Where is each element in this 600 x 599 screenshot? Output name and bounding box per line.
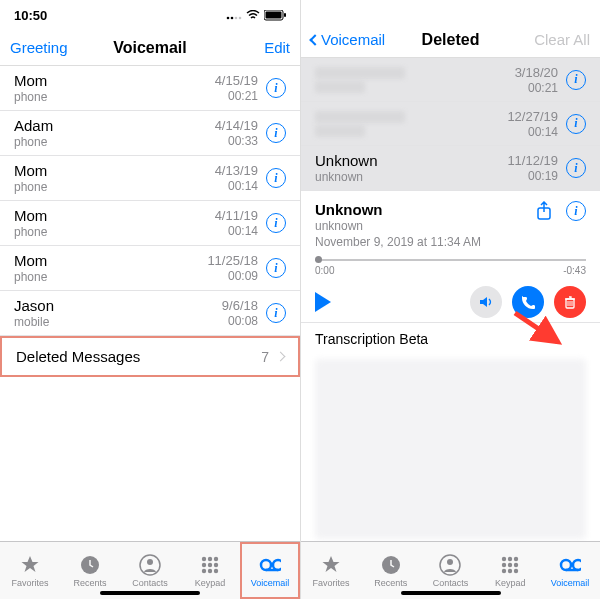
detail-timestamp: November 9, 2019 at 11:34 AM: [315, 235, 534, 249]
tab-label: Contacts: [132, 578, 168, 588]
voicemail-row[interactable]: Adam phone 4/14/19 00:33 i: [0, 111, 300, 156]
svg-point-0: [227, 17, 230, 20]
caller-name: Adam: [14, 117, 215, 134]
redacted-text: [315, 125, 365, 137]
voicemail-row[interactable]: Mom phone 11/25/18 00:09 i: [0, 246, 300, 291]
deleted-messages-label: Deleted Messages: [16, 348, 261, 365]
tab-voicemail[interactable]: Voicemail: [540, 542, 600, 599]
svg-point-30: [514, 556, 518, 560]
svg-rect-5: [266, 11, 282, 18]
clock-icon: [79, 554, 101, 576]
svg-point-29: [508, 556, 512, 560]
voicemail-duration: 00:09: [207, 269, 258, 283]
svg-point-10: [202, 556, 206, 560]
scrubber[interactable]: [315, 259, 586, 261]
deleted-list: 3/18/20 00:21 i 12/27/19 00:14 i Unknown…: [301, 58, 600, 541]
edit-button[interactable]: Edit: [264, 39, 290, 56]
voicemail-row[interactable]: Jason mobile 9/6/18 00:08 i: [0, 291, 300, 336]
voicemail-duration: 00:21: [515, 81, 558, 95]
tab-label: Voicemail: [251, 578, 290, 588]
info-icon[interactable]: i: [266, 78, 286, 98]
info-icon[interactable]: i: [566, 158, 586, 178]
back-button[interactable]: Voicemail: [311, 31, 385, 48]
scrubber-thumb[interactable]: [315, 256, 322, 263]
remaining-time: -0:43: [563, 265, 586, 276]
home-indicator[interactable]: [100, 591, 200, 595]
caller-source: mobile: [14, 315, 222, 329]
detail-source: unknown: [315, 219, 534, 233]
svg-point-37: [561, 560, 571, 570]
tab-label: Favorites: [312, 578, 349, 588]
play-button[interactable]: [315, 292, 331, 312]
battery-icon: [264, 10, 286, 21]
voicemail-icon: [259, 554, 281, 576]
voicemail-row[interactable]: Mom phone 4/11/19 00:14 i: [0, 201, 300, 246]
deleted-row[interactable]: Unknownunknown 11/12/19 00:19 i: [301, 146, 600, 191]
svg-point-32: [508, 562, 512, 566]
info-icon[interactable]: i: [566, 70, 586, 90]
tab-favorites[interactable]: Favorites: [301, 542, 361, 599]
deleted-row[interactable]: 3/18/20 00:21 i: [301, 58, 600, 102]
tab-label: Contacts: [433, 578, 469, 588]
keypad-icon: [499, 554, 521, 576]
clock-icon: [380, 554, 402, 576]
svg-point-36: [514, 568, 518, 572]
info-icon[interactable]: i: [266, 303, 286, 323]
detail-caller: Unknown: [315, 201, 534, 218]
contact-icon: [439, 554, 461, 576]
tab-voicemail[interactable]: Voicemail: [240, 542, 300, 599]
voicemail-date: 12/27/19: [507, 109, 558, 124]
caller-source: phone: [14, 270, 207, 284]
clear-all-button[interactable]: Clear All: [534, 31, 590, 48]
chevron-left-icon: [309, 34, 320, 45]
tab-favorites[interactable]: Favorites: [0, 542, 60, 599]
greeting-button[interactable]: Greeting: [10, 39, 68, 56]
voicemail-duration: 00:08: [222, 314, 258, 328]
svg-point-16: [202, 568, 206, 572]
voicemail-row[interactable]: Mom phone 4/15/19 00:21 i: [0, 66, 300, 111]
transcription-label: Transcription Beta: [301, 323, 600, 355]
svg-point-11: [208, 556, 212, 560]
caller-source: phone: [14, 225, 215, 239]
svg-point-13: [202, 562, 206, 566]
caller-name: Mom: [14, 252, 207, 269]
voicemail-row[interactable]: Mom phone 4/13/19 00:14 i: [0, 156, 300, 201]
phone-deleted-detail: Voicemail Deleted Clear All 3/18/20 00:2…: [300, 0, 600, 599]
home-indicator[interactable]: [401, 591, 501, 595]
redacted-text: [315, 111, 405, 123]
info-icon[interactable]: i: [566, 201, 586, 221]
info-icon[interactable]: i: [266, 123, 286, 143]
svg-point-17: [208, 568, 212, 572]
phone-voicemail-list: 10:50 Greeting Voicemail Edit Mom phone …: [0, 0, 300, 599]
voicemail-date: 9/6/18: [222, 298, 258, 313]
svg-point-12: [214, 556, 218, 560]
voicemail-date: 4/11/19: [215, 208, 258, 223]
call-button[interactable]: [512, 286, 544, 318]
info-icon[interactable]: i: [266, 213, 286, 233]
share-icon[interactable]: [534, 201, 554, 221]
caller-name: Jason: [14, 297, 222, 314]
redacted-text: [315, 67, 405, 79]
deleted-messages-row[interactable]: Deleted Messages 7: [0, 336, 300, 377]
elapsed-time: 0:00: [315, 265, 334, 276]
delete-button[interactable]: [554, 286, 586, 318]
deleted-row[interactable]: 12/27/19 00:14 i: [301, 102, 600, 146]
voicemail-duration: 00:14: [215, 224, 258, 238]
voicemail-date: 11/25/18: [207, 253, 258, 268]
voicemail-duration: 00:14: [507, 125, 558, 139]
info-icon[interactable]: i: [566, 114, 586, 134]
tab-label: Recents: [374, 578, 407, 588]
speaker-button[interactable]: [470, 286, 502, 318]
svg-point-35: [508, 568, 512, 572]
caller-name: Unknown: [315, 152, 507, 169]
page-title: Voicemail: [113, 39, 187, 57]
page-title: Deleted: [422, 31, 480, 49]
nav-bar: Voicemail Deleted Clear All: [301, 22, 600, 58]
voicemail-list: Mom phone 4/15/19 00:21 i Adam phone 4/1…: [0, 66, 300, 541]
info-icon[interactable]: i: [266, 258, 286, 278]
tab-label: Keypad: [495, 578, 526, 588]
tab-label: Recents: [73, 578, 106, 588]
status-bar: 10:50: [0, 0, 300, 30]
info-icon[interactable]: i: [266, 168, 286, 188]
svg-point-2: [235, 17, 238, 20]
